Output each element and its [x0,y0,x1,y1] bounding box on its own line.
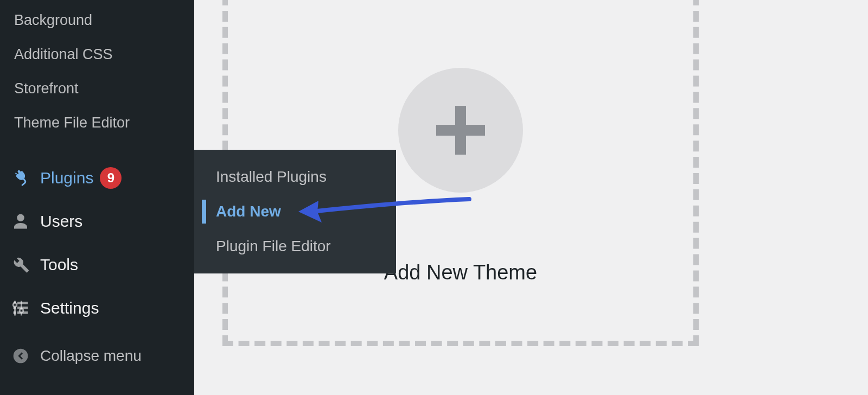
menu-item-tools[interactable]: Tools [0,243,194,286]
collapse-menu-button[interactable]: Collapse menu [0,334,194,378]
flyout-item-installed-plugins[interactable]: Installed Plugins [194,160,396,194]
menu-label: Settings [40,299,99,317]
admin-sidebar: Background Additional CSS Storefront The… [0,0,194,395]
menu-item-plugins[interactable]: Plugins 9 [0,156,194,200]
menu-separator [0,140,194,156]
add-theme-caption: Add New Theme [384,261,537,284]
svg-point-2 [13,303,17,307]
collapse-arrow-icon [10,345,31,367]
menu-item-users[interactable]: Users [0,200,194,243]
menu-label: Users [40,212,82,231]
plus-circle-icon [398,68,523,193]
menu-label: Tools [40,256,78,274]
submenu-item-additional-css[interactable]: Additional CSS [0,37,194,72]
appearance-submenu: Background Additional CSS Storefront The… [0,0,194,140]
users-icon [10,211,31,232]
submenu-item-background[interactable]: Background [0,3,194,37]
svg-point-4 [14,349,28,364]
settings-icon [10,297,31,319]
flyout-pointer-icon [194,169,203,187]
plugin-icon [10,167,31,189]
submenu-item-theme-file-editor[interactable]: Theme File Editor [0,106,194,140]
flyout-item-add-new[interactable]: Add New [194,194,396,229]
svg-point-3 [20,309,23,313]
update-count-badge: 9 [100,167,122,189]
tools-icon [10,254,31,276]
menu-label: Plugins [40,169,93,187]
collapse-label: Collapse menu [40,347,142,365]
submenu-item-storefront[interactable]: Storefront [0,72,194,106]
flyout-item-plugin-file-editor[interactable]: Plugin File Editor [194,229,396,264]
plugins-flyout-menu: Installed Plugins Add New Plugin File Ed… [194,150,396,273]
menu-item-settings[interactable]: Settings [0,286,194,330]
